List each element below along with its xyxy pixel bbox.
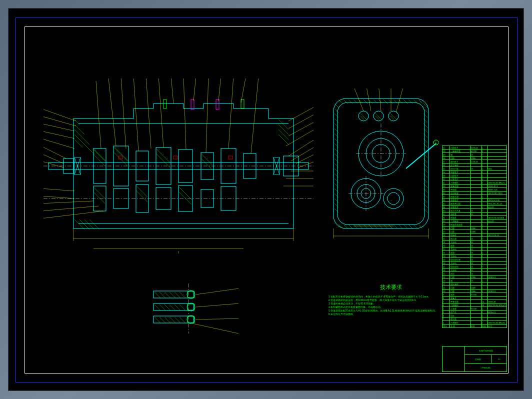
table-cell [488,240,507,244]
table-cell: 先导轴承 [450,164,470,167]
table-cell [488,262,507,265]
table-row: 42衬套垫片1 [442,178,507,181]
table-row: 28挡圈65Mn1 [442,226,507,230]
svg-line-49 [44,124,74,131]
parts-list: 51挡圈垫片Q235-A150一轴轴承盖HT200149轴45148挡圈65Mn… [442,146,507,328]
svg-line-96 [406,144,436,168]
svg-line-43 [218,78,221,101]
table-cell: 挡圈 [450,156,470,160]
table-cell: 39 [442,188,450,192]
table-row: 14挡圈65Mn2GB894.1 [442,276,507,279]
svg-line-48 [44,116,76,126]
table-cell [488,244,507,248]
table-cell: 1 [481,310,488,314]
table-cell: 大齿轮 [450,254,470,258]
table-cell [488,258,507,262]
table-cell: 球轴承 [450,234,470,237]
table-row: 31球轴承1GB/T276-94 6308 [442,216,507,220]
table-cell [470,321,481,324]
note-item: 2 变速器箱体的贴合面，用0.03mm塞尺检查，插入深度不得大于贴合面宽的1/3… [328,298,454,302]
table-cell: 一轴轴承盖 [450,150,470,153]
table-cell: 衬套垫片 [450,178,470,181]
project-name: 五档手动变速器 [465,346,507,355]
table-cell: 1 [481,234,488,237]
svg-point-90 [374,111,384,121]
table-cell: 43 [442,174,450,178]
note-item: 3 变速时换档必须灵活，不得有卡滞现象。 [328,302,454,306]
table-cell [470,198,481,202]
table-cell: 六角螺栓 [450,304,470,307]
table-cell: 45 [470,251,481,254]
table-cell: 1 [481,282,488,286]
table-cell: 41 [442,181,450,184]
table-cell [488,265,507,268]
table-cell: 上箱盖 [450,307,470,310]
table-cell: 45 [470,265,481,268]
table-cell: 42 [442,178,450,181]
table-cell: 65Mn [470,226,481,230]
table-cell: 23 [442,244,450,248]
table-row: 1六角螺栓2GB5782-86 M6x16 [442,321,507,324]
table-cell [488,254,507,258]
table-cell: 箱体 [450,293,470,296]
table-cell: 40 [442,184,450,188]
table-cell: 名 称 [450,324,470,328]
title-block: 五档手动变速器 总装图 1:1 (学校名称) [442,346,507,372]
table-cell: 挡圈 [450,230,470,234]
table-cell: 序号 [442,324,450,328]
table-cell: 1 [481,286,488,290]
table-row: 19滑动齿轮座451 [442,258,507,262]
table-cell [470,234,481,237]
table-cell: 45 [470,272,481,276]
drawing-type: 总装图 [465,355,492,364]
table-cell: 平垫圈 [450,188,470,192]
table-cell [470,192,481,195]
table-cell [470,170,481,174]
table-row: 4放气孔1M16x1.5 [442,310,507,314]
table-cell: 45 [470,209,481,212]
table-cell: 45 [470,248,481,251]
table-cell [470,282,481,286]
table-cell: 7 [442,300,450,304]
table-cell: 轴用垫片 [450,160,470,164]
table-cell: 45 [470,258,481,262]
table-cell: 11 [442,286,450,290]
svg-line-103 [396,88,404,112]
table-cell: GB93-87 [488,300,507,304]
table-cell [488,296,507,300]
table-cell: 65Mn [470,286,481,290]
table-cell: 1 [481,307,488,310]
table-cell [470,178,481,181]
table-cell: 1 [481,248,488,251]
table-cell: 轴 [450,153,470,156]
table-row: 8弹簧片6 [442,296,507,300]
table-cell: 34 [442,206,450,209]
table-cell: Q235-A [470,146,481,150]
table-cell: 1 [481,174,488,178]
scale: 1:1 [492,355,506,364]
svg-line-120 [196,318,238,320]
table-cell: 大齿轮 [450,240,470,244]
svg-line-62 [288,121,314,136]
table-cell: 10 [442,290,450,293]
table-cell: 65Mn [470,156,481,160]
table-cell: 垫圈 [450,244,470,248]
table-cell: 32 [442,212,450,216]
table-cell: 前盖总成 [450,195,470,198]
table-cell [470,202,481,206]
table-cell: 1 [442,321,450,324]
table-cell: 大齿轮 [450,268,470,272]
table-cell: 16 [442,268,450,272]
table-cell: 1 [481,146,488,150]
table-cell: 36 [442,198,450,202]
table-cell [488,286,507,290]
table-cell [488,314,507,318]
table-cell: 12 [442,282,450,286]
table-cell: 26 [442,234,450,237]
table-cell: 44 [442,170,450,174]
table-cell: 24 [442,240,450,244]
table-row: 20大齿轮451 [442,254,507,258]
table-cell: 1 [481,268,488,272]
table-cell: 调整垫片 [450,198,470,202]
table-cell: 31 [442,216,450,220]
